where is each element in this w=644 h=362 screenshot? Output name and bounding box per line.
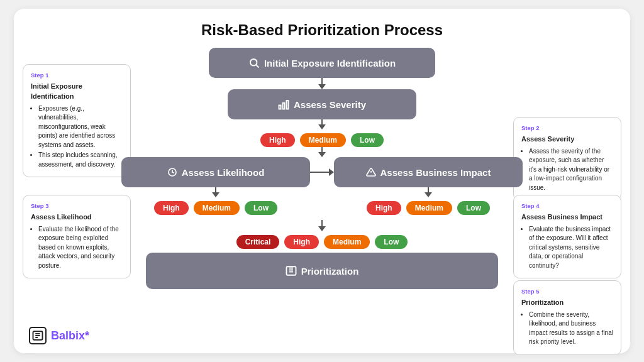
severity-badges: High Medium Low (260, 133, 384, 147)
node-prioritization-label: Prioritization (301, 266, 359, 277)
logo-area: Balbix* (29, 327, 89, 344)
node-business-label: Assess Business Impact (380, 167, 491, 178)
callout-step1: Step 1 Initial Exposure Identification E… (23, 64, 131, 177)
severity-badge-low: Low (351, 133, 384, 147)
connector-4 (215, 187, 216, 192)
callout-step2-label: Step 2 (521, 124, 613, 133)
callout-step1-bullet2: This step includes scanning, assessment,… (38, 151, 123, 169)
callout-step5: Step 5 Prioritization Combine the severi… (513, 280, 621, 355)
priority-badge-high: High (284, 235, 319, 249)
business-badges: High Medium Low (367, 201, 490, 215)
callout-step4: Step 4 Assess Business Impact Evaluate t… (513, 195, 621, 278)
logo-name: Balbix (51, 329, 85, 342)
connector-5 (428, 187, 429, 192)
priority-badges: Critical High Medium Low (236, 235, 408, 249)
warning-icon (366, 167, 376, 177)
callout-step4-title: Assess Business Impact (521, 212, 613, 222)
arrow-6 (318, 226, 326, 231)
callout-step5-title: Prioritization (521, 298, 613, 308)
list-icon (286, 265, 297, 277)
logo-icon (29, 327, 47, 344)
callout-step3: Step 3 Assess Likelihood Evaluate the li… (23, 195, 131, 278)
arrow-1 (318, 84, 326, 89)
business-badge-high: High (367, 201, 401, 215)
arrow-3 (318, 152, 326, 157)
node-likelihood-label: Assess Likelihood (182, 167, 265, 178)
bar-chart-icon (278, 99, 289, 110)
node-initial-label: Initial Exposure Identification (264, 58, 396, 69)
h-arrow (329, 168, 334, 176)
business-col: Assess Business Impact High Medium Low (334, 157, 523, 215)
business-badge-medium: Medium (406, 201, 452, 215)
logo-star: * (85, 329, 89, 342)
main-container: Risk-Based Prioritization Process Step 1… (14, 9, 630, 353)
likelihood-badges: High Medium Low (154, 201, 277, 215)
search-icon (248, 57, 260, 69)
callout-step3-title: Assess Likelihood (31, 212, 123, 222)
svg-rect-4 (286, 101, 288, 109)
node-business: Assess Business Impact (334, 157, 523, 187)
logo-text: Balbix* (51, 329, 89, 343)
priority-badge-medium: Medium (324, 235, 370, 249)
callout-step3-bullet1: Evaluate the likelihood of the exposure … (38, 225, 123, 271)
callout-step2-title: Assess Severity (521, 134, 613, 145)
connector-1 (321, 78, 323, 84)
h-connector (310, 157, 334, 187)
arrow-5 (425, 192, 432, 197)
arrow-2 (318, 124, 326, 129)
priority-badge-critical: Critical (236, 235, 280, 249)
connector-6 (321, 220, 323, 226)
svg-point-0 (250, 59, 257, 66)
callout-step2: Step 2 Assess Severity Assess the severi… (513, 117, 621, 200)
svg-line-1 (256, 65, 258, 67)
svg-rect-2 (279, 106, 280, 109)
page-title: Risk-Based Prioritization Process (29, 21, 615, 39)
severity-badge-medium: Medium (300, 133, 346, 147)
callout-step3-label: Step 3 (31, 202, 123, 211)
flow-diagram: Initial Exposure Identification Assess S… (146, 48, 498, 289)
callout-step1-label: Step 1 (31, 71, 123, 80)
connector-bottom (146, 220, 498, 231)
callout-step1-bullet1: Exposures (e.g., vulnerabilities, miscon… (38, 104, 123, 150)
callout-step4-label: Step 4 (521, 202, 613, 211)
svg-rect-3 (282, 103, 284, 109)
likelihood-badge-high: High (154, 201, 189, 215)
callout-step4-bullet1: Evaluate the business impact of the expo… (529, 225, 613, 271)
node-severity: Assess Severity (228, 89, 416, 119)
likelihood-badge-medium: Medium (194, 201, 240, 215)
node-initial: Initial Exposure Identification (209, 48, 435, 78)
row-likelihood-business: Assess Likelihood High Medium Low (146, 157, 498, 215)
connector-3 (321, 147, 323, 152)
priority-badge-low: Low (375, 235, 408, 249)
connector-2 (321, 119, 323, 124)
node-severity-label: Assess Severity (294, 99, 366, 110)
severity-badge-high: High (260, 133, 295, 147)
business-badge-low: Low (457, 201, 490, 215)
arrow-4 (212, 192, 219, 197)
callout-step5-label: Step 5 (521, 287, 613, 296)
clock-icon (167, 167, 177, 177)
h-line (310, 172, 329, 173)
callout-step1-title: Initial Exposure Identification (31, 82, 123, 102)
callout-step5-bullet1: Combine the severity, likelihood, and bu… (529, 310, 613, 347)
callout-step2-bullet1: Assess the severity of the exposure, suc… (529, 147, 613, 193)
node-likelihood: Assess Likelihood (121, 157, 310, 187)
likelihood-badge-low: Low (245, 201, 277, 215)
node-prioritization: Prioritization (146, 253, 498, 289)
likelihood-col: Assess Likelihood High Medium Low (121, 157, 310, 215)
